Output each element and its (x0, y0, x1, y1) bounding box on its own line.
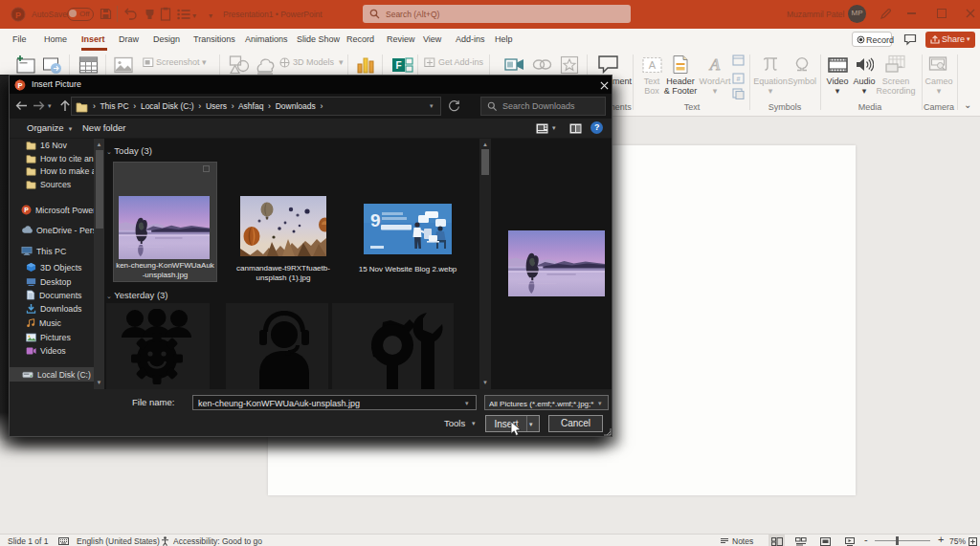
svg-text:P: P (24, 207, 29, 213)
svg-text:F: F (395, 60, 401, 71)
svg-text:A: A (649, 59, 657, 71)
svg-text:P: P (17, 80, 22, 89)
svg-text:A: A (709, 55, 721, 73)
svg-text:9: 9 (370, 210, 381, 230)
svg-text:#: # (737, 76, 741, 82)
svg-text:P: P (15, 11, 21, 20)
